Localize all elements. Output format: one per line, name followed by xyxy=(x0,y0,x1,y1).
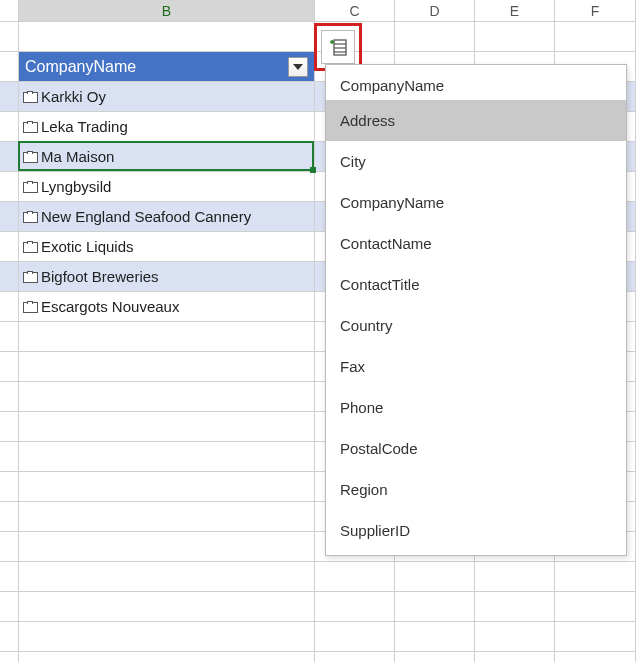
field-option[interactable]: ContactTitle xyxy=(326,264,626,305)
cell[interactable] xyxy=(19,652,315,662)
record-value: Bigfoot Breweries xyxy=(41,268,159,285)
field-option[interactable]: Phone xyxy=(326,387,626,428)
record-value: Exotic Liquids xyxy=(41,238,134,255)
column-header-e[interactable]: E xyxy=(475,0,555,21)
record-cell[interactable]: Bigfoot Breweries xyxy=(19,262,315,291)
cell[interactable] xyxy=(475,22,555,51)
record-icon xyxy=(23,271,37,283)
record-icon xyxy=(23,151,37,163)
add-column-button[interactable] xyxy=(321,30,355,64)
header-stub xyxy=(0,0,19,21)
cell[interactable] xyxy=(19,322,315,351)
record-cell[interactable]: Karkki Oy xyxy=(19,82,315,111)
cell[interactable] xyxy=(395,22,475,51)
field-picker-popup: CompanyName AddressCityCompanyNameContac… xyxy=(325,64,627,556)
record-cell[interactable]: Ma Maison xyxy=(19,142,315,171)
record-value: New England Seafood Cannery xyxy=(41,208,251,225)
cell[interactable] xyxy=(19,592,315,621)
record-icon xyxy=(23,181,37,193)
blank-row xyxy=(0,622,636,652)
cell[interactable] xyxy=(555,652,636,662)
record-icon xyxy=(23,241,37,253)
record-icon xyxy=(23,121,37,133)
blank-row xyxy=(0,652,636,662)
cell[interactable] xyxy=(555,562,636,591)
record-value: Karkki Oy xyxy=(41,88,106,105)
cell[interactable] xyxy=(19,22,315,51)
cell[interactable] xyxy=(19,622,315,651)
cell[interactable] xyxy=(19,412,315,441)
record-value: Ma Maison xyxy=(41,148,114,165)
field-option[interactable]: SupplierID xyxy=(326,510,626,551)
cell[interactable] xyxy=(555,622,636,651)
cell[interactable] xyxy=(19,352,315,381)
cell[interactable] xyxy=(395,562,475,591)
chevron-down-icon xyxy=(293,64,303,70)
cell[interactable] xyxy=(315,652,395,662)
column-headers-row: B C D E F xyxy=(0,0,636,22)
field-option[interactable]: City xyxy=(326,141,626,182)
add-column-icon xyxy=(328,37,348,57)
cell[interactable] xyxy=(395,652,475,662)
column-header-d[interactable]: D xyxy=(395,0,475,21)
blank-row xyxy=(0,562,636,592)
record-icon xyxy=(23,91,37,103)
field-option[interactable]: Country xyxy=(326,305,626,346)
cell[interactable] xyxy=(19,472,315,501)
field-option[interactable]: Fax xyxy=(326,346,626,387)
blank-row xyxy=(0,592,636,622)
column-header-b[interactable]: B xyxy=(19,0,315,21)
field-option[interactable]: CompanyName xyxy=(326,182,626,223)
record-icon xyxy=(23,301,37,313)
record-value: Leka Trading xyxy=(41,118,128,135)
record-icon xyxy=(23,211,37,223)
cell[interactable] xyxy=(555,592,636,621)
filter-dropdown-button[interactable] xyxy=(288,57,308,77)
record-cell[interactable]: Lyngbysild xyxy=(19,172,315,201)
table-header-label: CompanyName xyxy=(25,58,288,76)
record-cell[interactable]: Leka Trading xyxy=(19,112,315,141)
field-option[interactable]: PostalCode xyxy=(326,428,626,469)
cell[interactable] xyxy=(19,382,315,411)
cell[interactable] xyxy=(475,562,555,591)
record-cell[interactable]: Escargots Nouveaux xyxy=(19,292,315,321)
field-option[interactable]: Region xyxy=(326,469,626,510)
cell[interactable] xyxy=(19,502,315,531)
cell[interactable] xyxy=(395,592,475,621)
cell[interactable] xyxy=(475,622,555,651)
record-cell[interactable]: New England Seafood Cannery xyxy=(19,202,315,231)
cell[interactable] xyxy=(19,562,315,591)
record-cell[interactable]: Exotic Liquids xyxy=(19,232,315,261)
field-option[interactable]: Address xyxy=(326,100,626,141)
cell[interactable] xyxy=(19,442,315,471)
record-value: Escargots Nouveaux xyxy=(41,298,179,315)
cell[interactable] xyxy=(395,622,475,651)
blank-row xyxy=(0,22,636,52)
cell[interactable] xyxy=(19,532,315,561)
column-header-f[interactable]: F xyxy=(555,0,636,21)
cell[interactable] xyxy=(475,652,555,662)
column-header-c[interactable]: C xyxy=(315,0,395,21)
record-value: Lyngbysild xyxy=(41,178,111,195)
field-option[interactable]: ContactName xyxy=(326,223,626,264)
popup-title: CompanyName xyxy=(326,69,626,100)
table-header-cell[interactable]: CompanyName xyxy=(19,52,315,81)
cell[interactable] xyxy=(315,622,395,651)
cell[interactable] xyxy=(555,22,636,51)
cell[interactable] xyxy=(315,562,395,591)
cell[interactable] xyxy=(315,592,395,621)
cell[interactable] xyxy=(475,592,555,621)
